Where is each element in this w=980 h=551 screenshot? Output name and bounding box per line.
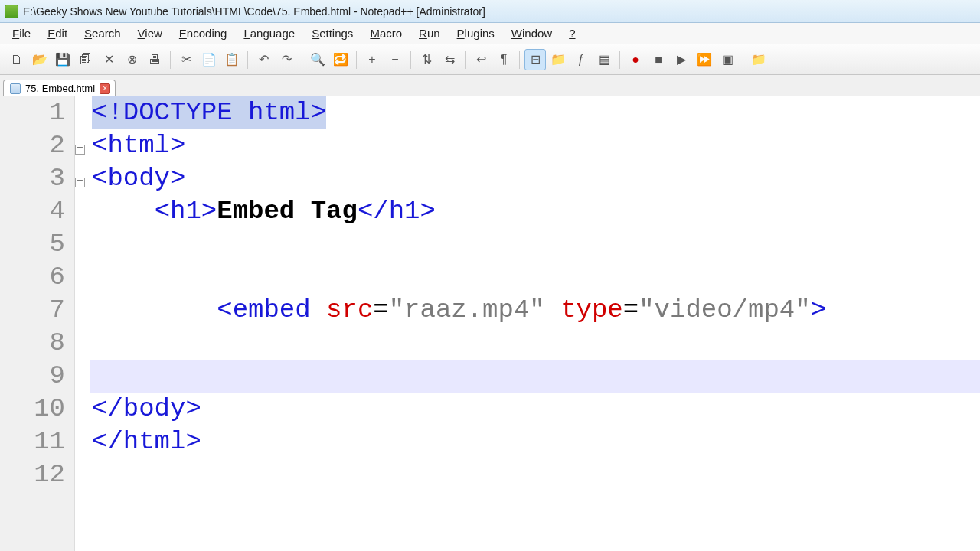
fold-cell[interactable] — [75, 458, 90, 491]
close-all-icon[interactable]: ⊗ — [121, 49, 142, 70]
sync-h-icon[interactable]: ⇆ — [439, 49, 460, 70]
toolbar: 🗋📂💾🗐✕⊗🖶✂📄📋↶↷🔍🔁+−⇅⇆↩¶⊟📁ƒ▤●■▶⏩▣📁 — [0, 44, 980, 75]
menu-view[interactable]: View — [130, 24, 170, 43]
fold-cell[interactable] — [75, 327, 90, 360]
close-icon[interactable]: ✕ — [98, 49, 119, 70]
code-line[interactable] — [90, 327, 980, 360]
line-number: 7 — [0, 294, 65, 327]
tab-embed-html[interactable]: 75. Embed.html × — [3, 80, 116, 96]
menu-plugins[interactable]: Plugins — [449, 24, 502, 43]
folder-icon[interactable]: 📁 — [547, 49, 569, 70]
fold-cell[interactable] — [75, 228, 90, 261]
menu-language[interactable]: Language — [236, 24, 302, 43]
toolbar-separator — [743, 51, 743, 69]
menu-encoding[interactable]: Encoding — [172, 24, 235, 43]
find-icon[interactable]: 🔍 — [307, 49, 328, 70]
toolbar-separator — [170, 51, 171, 69]
fold-cell[interactable] — [75, 162, 90, 195]
save-macro-icon[interactable]: ▣ — [717, 49, 738, 70]
fold-cell[interactable] — [75, 129, 90, 162]
fold-cell[interactable] — [75, 96, 90, 129]
code-line[interactable] — [90, 458, 980, 491]
function-list-icon[interactable]: ƒ — [570, 49, 592, 70]
code-line[interactable]: <html> — [90, 129, 980, 162]
menu-bar: FileEditSearchViewEncodingLanguageSettin… — [0, 23, 980, 44]
fold-cell[interactable] — [75, 195, 90, 228]
line-number: 12 — [0, 458, 65, 491]
code-line[interactable] — [90, 228, 980, 261]
editor-area[interactable]: 123456789101112 <!DOCTYPE html><html><bo… — [0, 96, 980, 551]
code-line[interactable] — [90, 261, 980, 294]
toolbar-separator — [410, 51, 411, 69]
menu-file[interactable]: File — [5, 24, 38, 43]
line-number: 11 — [0, 425, 65, 458]
print-icon[interactable]: 🖶 — [144, 49, 165, 70]
menu-edit[interactable]: Edit — [40, 24, 75, 43]
line-number: 5 — [0, 228, 65, 261]
line-number: 2 — [0, 129, 65, 162]
copy-save-icon[interactable]: 🗐 — [75, 49, 96, 70]
line-number-gutter: 123456789101112 — [0, 96, 75, 551]
line-number: 8 — [0, 327, 65, 360]
sync-v-icon[interactable]: ⇅ — [416, 49, 437, 70]
title-bar: E:\Geeky Shows New Youtube Tutorials\HTM… — [0, 0, 980, 23]
code-line[interactable]: <h1>Embed Tag</h1> — [90, 195, 980, 228]
close-tab-icon[interactable]: × — [100, 83, 110, 94]
line-number: 3 — [0, 162, 65, 195]
tab-label: 75. Embed.html — [25, 83, 95, 94]
toolbar-separator — [302, 51, 302, 69]
stop-icon[interactable]: ■ — [648, 49, 669, 70]
paste-icon[interactable]: 📋 — [221, 49, 243, 70]
fold-cell[interactable] — [75, 393, 90, 425]
app-icon — [5, 5, 18, 18]
replace-icon[interactable]: 🔁 — [330, 49, 351, 70]
fold-cell[interactable] — [75, 360, 90, 393]
new-file-icon[interactable]: 🗋 — [6, 49, 28, 70]
indent-guide-icon[interactable]: ⊟ — [524, 49, 546, 70]
undo-icon[interactable]: ↶ — [253, 49, 274, 70]
code-line[interactable]: <body> — [90, 162, 980, 195]
fast-play-icon[interactable]: ⏩ — [694, 49, 715, 70]
toolbar-separator — [356, 51, 357, 69]
copy-icon[interactable]: 📄 — [198, 49, 220, 70]
explorer-icon[interactable]: 📁 — [748, 49, 769, 70]
fold-cell[interactable] — [75, 294, 90, 327]
fold-cell[interactable] — [75, 261, 90, 294]
line-number: 1 — [0, 96, 65, 129]
menu-macro[interactable]: Macro — [362, 24, 410, 43]
code-line[interactable]: </html> — [90, 425, 980, 458]
code-line[interactable]: <!DOCTYPE html> — [90, 96, 980, 129]
line-number: 4 — [0, 195, 65, 228]
menu-q[interactable]: ? — [561, 24, 583, 43]
pilcrow-icon[interactable]: ¶ — [493, 49, 514, 70]
play-icon[interactable]: ▶ — [671, 49, 692, 70]
fold-column[interactable] — [75, 96, 90, 551]
cut-icon[interactable]: ✂ — [175, 49, 197, 70]
fold-cell[interactable] — [75, 425, 90, 458]
redo-icon[interactable]: ↷ — [276, 49, 297, 70]
toolbar-separator — [465, 51, 466, 69]
toolbar-separator — [247, 51, 248, 69]
doc-map-icon[interactable]: ▤ — [593, 49, 615, 70]
wrap-icon[interactable]: ↩ — [470, 49, 492, 70]
line-number: 6 — [0, 261, 65, 294]
zoom-in-icon[interactable]: + — [361, 49, 383, 70]
code-line[interactable]: <embed src="raaz.mp4" type="video/mp4"> — [90, 294, 980, 327]
save-icon[interactable]: 💾 — [52, 49, 74, 70]
window-title: E:\Geeky Shows New Youtube Tutorials\HTM… — [23, 5, 485, 18]
line-number: 10 — [0, 393, 65, 425]
code-line[interactable]: </body> — [90, 393, 980, 425]
tab-strip: 75. Embed.html × — [0, 75, 980, 96]
toolbar-separator — [519, 51, 520, 69]
menu-run[interactable]: Run — [411, 24, 448, 43]
open-file-icon[interactable]: 📂 — [29, 49, 51, 70]
file-icon — [10, 83, 21, 94]
menu-settings[interactable]: Settings — [304, 24, 361, 43]
menu-window[interactable]: Window — [504, 24, 560, 43]
menu-search[interactable]: Search — [77, 24, 129, 43]
code-line[interactable] — [90, 360, 980, 393]
zoom-out-icon[interactable]: − — [384, 49, 406, 70]
toolbar-separator — [619, 51, 620, 69]
code-area[interactable]: <!DOCTYPE html><html><body> <h1>Embed Ta… — [90, 96, 980, 551]
record-icon[interactable]: ● — [625, 49, 646, 70]
